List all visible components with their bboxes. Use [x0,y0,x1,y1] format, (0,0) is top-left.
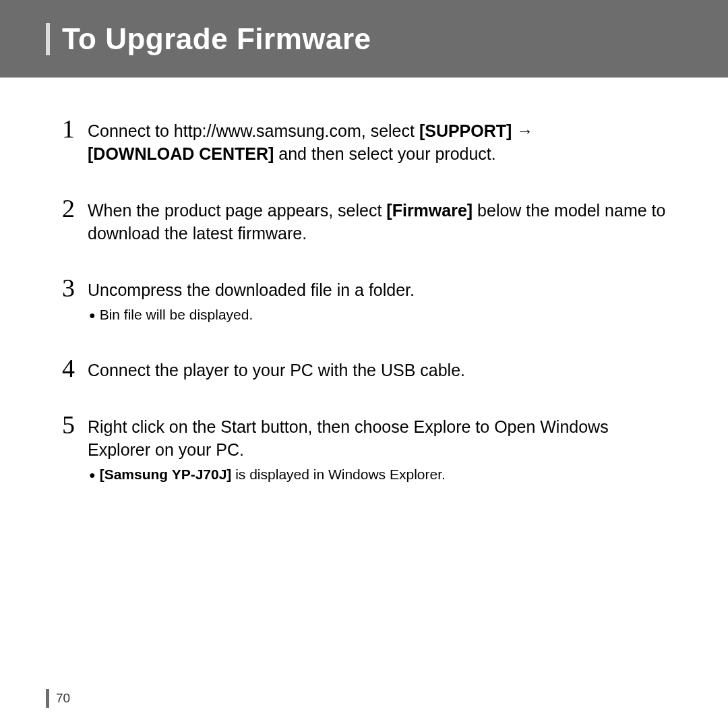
step-1: 1 Connect to http://www.samsung.com, sel… [62,118,666,165]
step-text: Right click on the Start button, then ch… [88,414,666,485]
page-title: To Upgrade Firmware [62,22,371,56]
step-number: 2 [62,198,81,219]
bold-text: [Firmware] [386,201,473,220]
text: When the product page appears, select [88,201,386,220]
bold-text: [DOWNLOAD CENTER] [88,144,274,163]
page-header: To Upgrade Firmware [0,0,728,78]
text: Right click on the Start button, then ch… [88,417,609,459]
sub-bullet: ●[Samsung YP-J70J] is displayed in Windo… [88,465,666,485]
page-footer: 70 [46,689,70,708]
step-number: 4 [62,357,81,379]
step-text: Uncompress the downloaded file in a fold… [88,277,666,325]
bold-text: [SUPPORT] [419,121,512,140]
text: Uncompress the downloaded file in a fold… [88,280,415,299]
sub-bullet: ●Bin file will be displayed. [88,305,666,325]
step-text: Connect the player to your PC with the U… [88,357,666,382]
sub-text: Bin file will be displayed. [100,307,253,322]
sub-text: is displayed in Windows Explorer. [231,466,445,482]
step-number: 5 [62,414,81,435]
step-number: 3 [62,277,81,299]
step-text: When the product page appears, select [F… [88,198,666,245]
text: Connect the player to your PC with the U… [88,361,465,380]
step-3: 3 Uncompress the downloaded file in a fo… [62,277,666,325]
step-5: 5 Right click on the Start button, then … [62,414,666,485]
bullet-icon: ● [89,306,96,325]
bold-text: [Samsung YP-J70J] [100,466,232,482]
step-text: Connect to http://www.samsung.com, selec… [88,118,666,165]
header-rule [46,23,50,55]
step-number: 1 [62,118,81,140]
step-4: 4 Connect the player to your PC with the… [62,357,666,382]
footer-rule [46,689,49,708]
page-number: 70 [56,691,70,706]
arrow-icon: → [512,121,533,140]
bullet-icon: ● [89,466,96,485]
content-body: 1 Connect to http://www.samsung.com, sel… [0,78,728,485]
text: Connect to http://www.samsung.com, selec… [88,121,419,140]
text: and then select your product. [274,144,495,163]
step-2: 2 When the product page appears, select … [62,198,666,245]
